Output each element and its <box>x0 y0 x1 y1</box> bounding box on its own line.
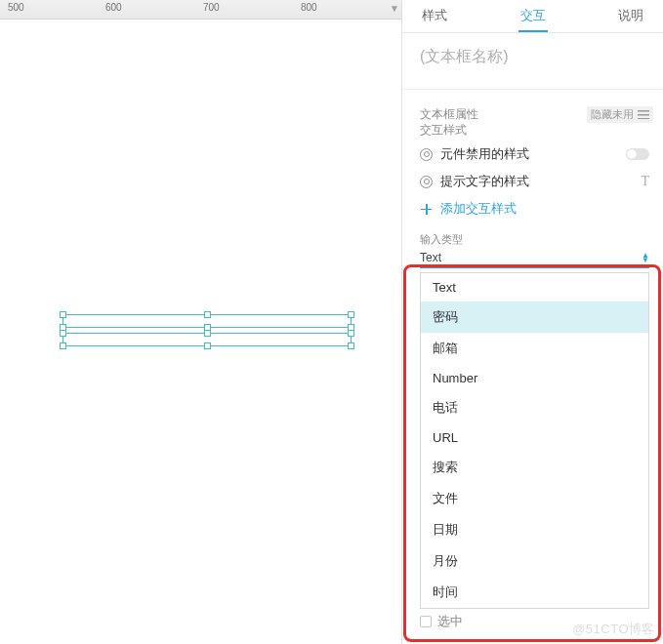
dropdown-item[interactable]: Text <box>421 273 648 302</box>
resize-handle[interactable] <box>60 311 66 318</box>
input-type-value: Text <box>420 251 441 264</box>
dropdown-item[interactable]: 日期 <box>421 514 648 545</box>
section-text-properties-label: 文本框属性 <box>420 106 478 123</box>
ruler-tick: 800 <box>301 2 317 13</box>
inspector-panel: 样式 交互 说明 (文本框名称) 文本框属性 隐藏未用 交互样式 元件禁用的样式… <box>401 0 663 644</box>
resize-handle[interactable] <box>348 342 354 349</box>
dropdown-item[interactable]: 月份 <box>421 545 648 577</box>
row-disabled-style-label: 元件禁用的样式 <box>440 145 529 163</box>
ruler-tick: 600 <box>105 2 122 13</box>
widget-name-placeholder: (文本框名称) <box>420 47 645 67</box>
row-hint-style-label: 提示文字的样式 <box>440 173 529 190</box>
plus-icon <box>420 203 433 216</box>
hide-unused-label: 隐藏未用 <box>591 107 634 122</box>
widget-name-field[interactable]: (文本框名称) <box>402 33 663 85</box>
resize-handle[interactable] <box>204 311 211 318</box>
resize-handle[interactable] <box>60 342 66 349</box>
dropdown-item[interactable]: 电话 <box>421 392 648 423</box>
section-text-properties: 文本框属性 隐藏未用 <box>402 89 663 116</box>
tab-notes[interactable]: 说明 <box>616 7 645 32</box>
input-type-dropdown: Text 密码 邮箱 Number 电话 URL 搜索 文件 日期 月份 时间 <box>420 272 649 609</box>
target-icon <box>420 148 433 161</box>
resize-handle[interactable] <box>60 330 66 337</box>
inspector-tabs: 样式 交互 说明 <box>402 0 663 33</box>
resize-handle[interactable] <box>204 342 211 349</box>
dropdown-item[interactable]: 文件 <box>421 483 648 514</box>
resize-handle[interactable] <box>348 330 354 337</box>
dropdown-item[interactable]: Number <box>421 364 648 392</box>
resize-handle[interactable] <box>204 330 211 337</box>
row-hint-style[interactable]: 提示文字的样式 T <box>402 168 663 195</box>
tab-style[interactable]: 样式 <box>420 7 449 32</box>
canvas[interactable]: 500 600 700 800 ▼ <box>0 0 401 644</box>
text-style-icon[interactable]: T <box>641 175 649 188</box>
dropdown-item[interactable]: 邮箱 <box>421 333 648 364</box>
dropdown-item[interactable]: 搜索 <box>421 452 648 483</box>
ruler-menu-icon[interactable]: ▼ <box>390 3 399 14</box>
row-add-style-label: 添加交互样式 <box>440 200 517 218</box>
row-selected-label: 选中 <box>437 613 463 630</box>
dropdown-item[interactable]: 密码 <box>421 302 648 333</box>
target-icon <box>420 176 433 188</box>
selected-textbox[interactable] <box>62 333 352 346</box>
input-type-select[interactable]: Text ▲▼ <box>420 249 649 268</box>
hide-unused-chip[interactable]: 隐藏未用 <box>587 106 653 123</box>
row-add-style[interactable]: 添加交互样式 <box>402 195 663 222</box>
dropdown-item[interactable]: URL <box>421 423 648 452</box>
resize-handle[interactable] <box>348 311 354 318</box>
input-type-label: 输入类型 <box>420 232 649 249</box>
dropdown-item[interactable]: 时间 <box>421 577 648 608</box>
list-icon <box>638 110 649 119</box>
selected-textbox[interactable] <box>62 314 352 328</box>
tab-interactions[interactable]: 交互 <box>518 7 548 32</box>
ruler-tick: 500 <box>8 2 24 13</box>
input-type-section: 输入类型 Text ▲▼ <box>402 228 663 268</box>
ruler-tick: 700 <box>203 2 220 13</box>
ruler-horizontal: 500 600 700 800 ▼ <box>0 0 401 20</box>
checkbox-icon[interactable] <box>420 616 432 627</box>
row-disabled-style[interactable]: 元件禁用的样式 <box>402 141 663 168</box>
stepper-icon: ▲▼ <box>642 253 649 262</box>
toggle-disabled-style[interactable] <box>626 148 649 160</box>
row-selected[interactable]: 选中 <box>402 609 663 630</box>
